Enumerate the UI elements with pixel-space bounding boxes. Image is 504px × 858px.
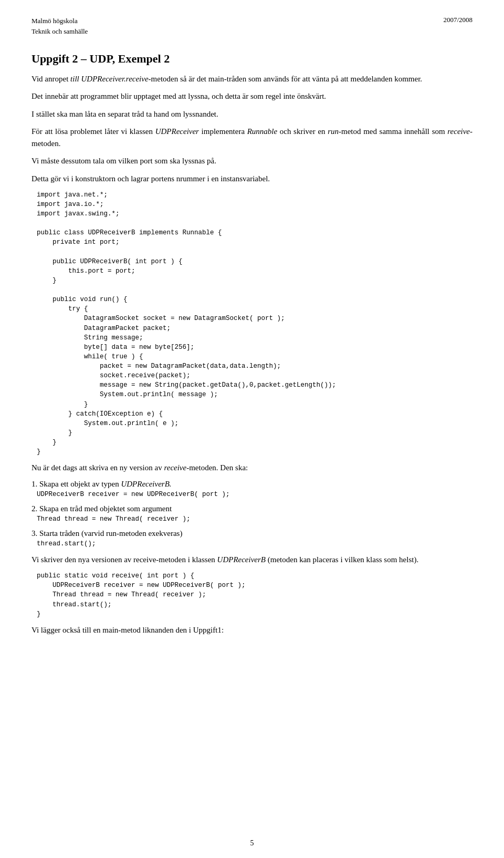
page: Malmö högskola Teknik och samhälle 2007/… (0, 0, 504, 858)
page-footer: 5 (32, 839, 472, 847)
code-block-receive-method: public static void receive( int port ) {… (32, 571, 472, 619)
paragraph-4: För att lösa problemet låter vi klassen … (32, 126, 472, 150)
paragraph-2: Det innebär att programmet blir upptaget… (32, 90, 472, 102)
list-item-3: 3. Starta tråden (varvid run-metoden exe… (32, 529, 472, 549)
italic-runnable: Runnable (247, 127, 278, 136)
list-item-2-label: 2. Skapa en tråd med objektet som argume… (32, 504, 472, 513)
paragraph-5: Vi måste dessutom tala om vilken port so… (32, 155, 472, 167)
italic-receive: receive (447, 127, 470, 136)
code-item-1: UDPReceiverB receiver = new UDPReceiverB… (32, 490, 472, 499)
italic-udpreceiverb: UDPReceiverB. (121, 480, 171, 488)
institution-line2: Teknik och samhälle (32, 26, 88, 37)
paragraph-7: Nu är det dags att skriva en ny version … (32, 462, 472, 474)
list-item-2: 2. Skapa en tråd med objektet som argume… (32, 504, 472, 524)
italic-udpreceiver: UDPReceiver (155, 127, 199, 136)
paragraph-1: Vid anropet till UDPReceiver.receive-met… (32, 73, 472, 85)
page-title: Uppgift 2 – UDP, Exempel 2 (32, 52, 472, 66)
page-number: 5 (250, 839, 254, 847)
list-item-1-label: 1. Skapa ett objekt av typen UDPReceiver… (32, 480, 472, 489)
paragraph-3: I stället ska man låta en separat tråd t… (32, 108, 472, 120)
italic-run: run (328, 127, 339, 136)
list-item-1: 1. Skapa ett objekt av typen UDPReceiver… (32, 480, 472, 499)
page-header: Malmö högskola Teknik och samhälle 2007/… (32, 16, 472, 36)
paragraph-6: Detta gör vi i konstruktorn och lagrar p… (32, 173, 472, 185)
paragraph-9: Vi lägger också till en main-metod likna… (32, 624, 472, 636)
italic-udpreceiverb-2: UDPReceiverB (217, 555, 266, 564)
code-item-3: thread.start(); (32, 539, 472, 549)
code-item-2: Thread thread = new Thread( receiver ); (32, 514, 472, 524)
paragraph-8: Vi skriver den nya versionen av receive-… (32, 554, 472, 566)
code-block-udpreceiverb: import java.net.*; import java.io.*; imp… (32, 190, 472, 457)
year-label: 2007/2008 (443, 16, 472, 24)
institution-info: Malmö högskola Teknik och samhälle (32, 16, 88, 36)
numbered-list: 1. Skapa ett objekt av typen UDPReceiver… (32, 480, 472, 549)
institution-line1: Malmö högskola (32, 16, 88, 26)
italic-receive-2: receive (164, 463, 186, 472)
italic-text-udpreceiver: till UDPReceiver.receive (70, 75, 149, 83)
list-item-3-label: 3. Starta tråden (varvid run-metoden exe… (32, 529, 472, 538)
